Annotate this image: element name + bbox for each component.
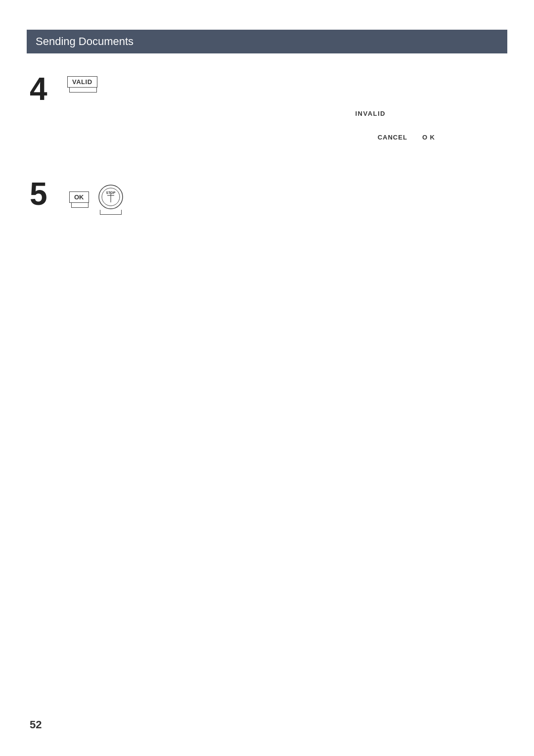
ok-button-box: OK — [69, 191, 89, 203]
cancel-ok-row: CANCEL O K — [378, 134, 435, 141]
page-title: Sending Documents — [36, 35, 134, 48]
page-number: 52 — [30, 718, 42, 731]
step5-number: 5 — [30, 178, 47, 210]
step5-ok-button-illustration: OK — [69, 191, 89, 203]
step5-stop-button-illustration: STOP — [98, 184, 124, 210]
step5-buttons: OK STOP — [69, 184, 124, 210]
valid-button-bracket — [69, 88, 97, 93]
invalid-label: INVALID — [355, 110, 386, 117]
step4-number: 4 — [30, 73, 47, 105]
page-header: Sending Documents — [27, 30, 507, 53]
step4-valid-button-illustration: VALID — [67, 76, 97, 88]
cancel-label[interactable]: CANCEL — [378, 134, 407, 141]
valid-button-box: VALID — [67, 76, 97, 88]
ok-button-bracket — [71, 203, 89, 208]
stop-button-bracket — [100, 210, 122, 215]
ok-label[interactable]: O K — [422, 134, 435, 141]
